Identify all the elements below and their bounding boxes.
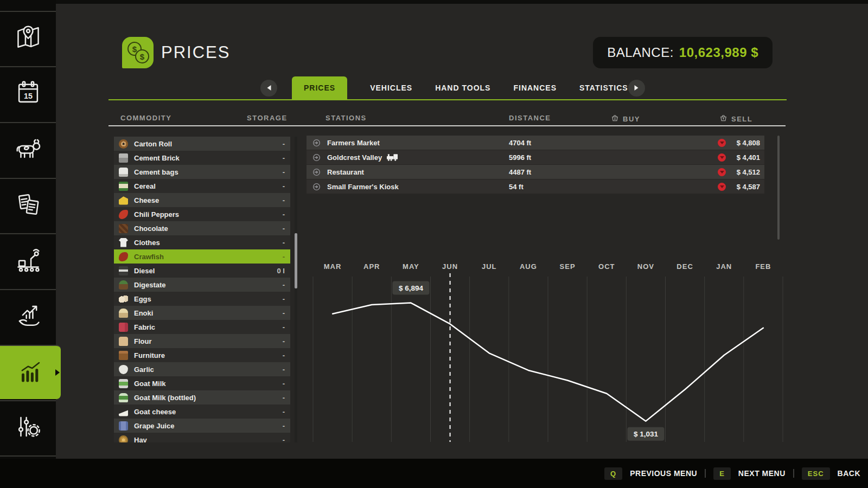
statistics-icon — [16, 357, 45, 388]
commodity-row[interactable]: Enoki- — [114, 306, 290, 320]
map-icon — [14, 23, 43, 54]
svg-text:$: $ — [140, 52, 145, 61]
station-row[interactable]: Small Farmer's Kiosk 54 ft $ 4,587 — [307, 179, 764, 194]
cement-brick-icon — [119, 153, 128, 163]
price-trend-down-icon — [718, 168, 726, 176]
top-strip — [0, 0, 868, 4]
commodity-row[interactable]: Furniture- — [114, 348, 290, 362]
commodity-row[interactable]: Cereal- — [114, 179, 290, 193]
hay-icon — [119, 435, 128, 443]
commodity-row[interactable]: Eggs- — [114, 292, 290, 306]
chart-month-label: MAR — [324, 262, 342, 271]
garlic-icon — [119, 365, 128, 374]
chart-month-label: FEB — [755, 262, 771, 271]
clothes-icon — [119, 238, 128, 247]
commodity-row[interactable]: Goat cheese- — [114, 404, 290, 419]
sidebar-divider — [0, 455, 56, 457]
commodity-row[interactable]: Cheese- — [114, 193, 290, 207]
chart-month-label: NOV — [637, 262, 654, 271]
commodity-row[interactable]: Hay- — [114, 433, 290, 442]
svg-text:15: 15 — [24, 92, 33, 100]
sell-point-icon — [312, 183, 321, 191]
commodity-row[interactable]: Carton Roll- — [114, 137, 290, 151]
chart-month-label: DEC — [676, 262, 693, 271]
key-q-badge: Q — [604, 467, 622, 480]
enoki-icon — [119, 309, 128, 318]
sidebar-item-map[interactable] — [0, 11, 56, 65]
settings-icon — [14, 412, 43, 444]
tab-prices[interactable]: PRICES — [292, 76, 347, 100]
price-trend-down-icon — [718, 139, 726, 147]
sidebar-item-settings[interactable] — [0, 400, 56, 454]
price-point-label: $ 1,031 — [634, 430, 659, 438]
column-header-commodity: COMMODITY — [120, 114, 171, 122]
sidebar-item-finances[interactable] — [0, 289, 56, 343]
commodity-row[interactable]: Cement bags- — [114, 165, 290, 179]
flour-icon — [119, 337, 128, 346]
commodity-row[interactable]: Diesel0 l — [114, 264, 290, 278]
commodity-list-scrollbar-thumb[interactable] — [295, 233, 297, 288]
goat-cheese-icon — [119, 407, 128, 416]
stations-scrollbar-thumb[interactable] — [777, 136, 780, 240]
prices-screen: 15 — [0, 0, 868, 488]
hint-separator — [793, 469, 794, 478]
sidebar-item-calendar[interactable]: 15 — [0, 66, 56, 120]
train-icon — [387, 153, 398, 161]
goat-milk-icon — [119, 379, 128, 388]
tab-vehicles[interactable]: VEHICLES — [370, 84, 412, 92]
goat-milk-bottled-icon — [119, 393, 128, 402]
price-point-label: $ 6,894 — [399, 284, 424, 292]
calendar-icon: 15 — [14, 78, 43, 110]
carton-roll-icon — [119, 139, 128, 149]
sidebar-item-contracts[interactable] — [0, 178, 56, 232]
commodity-row[interactable]: Goat Milk- — [114, 376, 290, 390]
commodity-row[interactable]: Cement Brick- — [114, 151, 290, 165]
crawfish-icon — [119, 252, 128, 261]
tab-finances[interactable]: FINANCES — [513, 84, 557, 92]
commodity-row[interactable]: Chili Peppers- — [114, 207, 290, 221]
cheese-icon — [119, 196, 128, 205]
sidebar: 15 — [0, 0, 56, 459]
sell-point-icon — [312, 168, 321, 176]
chart-month-label: OCT — [598, 262, 615, 271]
key-esc-badge: ESC — [802, 467, 830, 480]
tab-bar: PRICES VEHICLES HAND TOOLS FINANCES STAT… — [260, 76, 635, 100]
tab-hand-tools[interactable]: HAND TOOLS — [435, 84, 490, 92]
station-row[interactable]: Restaurant 4487 ft $ 4,512 — [307, 165, 764, 179]
commodity-row[interactable]: Digestate- — [114, 278, 290, 292]
station-row[interactable]: Goldcrest Valley 5996 ft $ 4,401 — [307, 150, 764, 164]
price-trend-down-icon — [718, 153, 726, 162]
diesel-icon — [119, 266, 128, 275]
column-header-sell: SELL — [719, 114, 752, 124]
price-chart-svg: MARAPRMAYJUNJULAUGSEPOCTNOVDECJANFEB$ 6,… — [305, 255, 786, 445]
balance-label: BALANCE: — [607, 45, 674, 60]
commodity-row[interactable]: Clothes- — [114, 235, 290, 249]
tab-scroll-right-icon[interactable] — [628, 80, 645, 97]
tab-scroll-left-icon[interactable] — [260, 80, 277, 97]
column-header-stations: STATIONS — [326, 114, 367, 122]
stations-list: Farmers Market 4704 ft $ 4,808 Goldcrest… — [307, 136, 764, 194]
commodity-row[interactable]: Grape Juice- — [114, 419, 290, 433]
commodity-row[interactable]: Flour- — [114, 334, 290, 348]
documents-icon — [14, 190, 43, 221]
column-header-buy: BUY — [611, 114, 640, 124]
commodity-row[interactable]: Fabric- — [114, 320, 290, 334]
commodity-row[interactable]: Goat Milk (bottled)- — [114, 390, 290, 404]
balance-value: 10,623,989 $ — [679, 45, 758, 60]
sidebar-item-animals[interactable] — [0, 122, 56, 176]
sidebar-item-statistics[interactable] — [0, 345, 61, 399]
commodity-row[interactable]: Chocolate- — [114, 221, 290, 235]
furniture-icon — [119, 351, 128, 360]
economy-hand-icon — [14, 301, 43, 332]
commodity-row[interactable]: Garlic- — [114, 362, 290, 376]
chart-month-label: APR — [363, 262, 380, 271]
station-row[interactable]: Farmers Market 4704 ft $ 4,808 — [307, 136, 764, 150]
sidebar-item-production[interactable] — [0, 233, 56, 287]
grape-juice-icon — [119, 421, 128, 431]
commodity-row-selected[interactable]: Crawfish- — [114, 249, 290, 264]
column-header-distance: DISTANCE — [509, 114, 551, 122]
buy-basket-icon — [611, 114, 619, 124]
tab-statistics[interactable]: STATISTICS — [579, 84, 628, 92]
cement-bags-icon — [119, 168, 128, 177]
page-title: PRICES — [161, 43, 230, 62]
